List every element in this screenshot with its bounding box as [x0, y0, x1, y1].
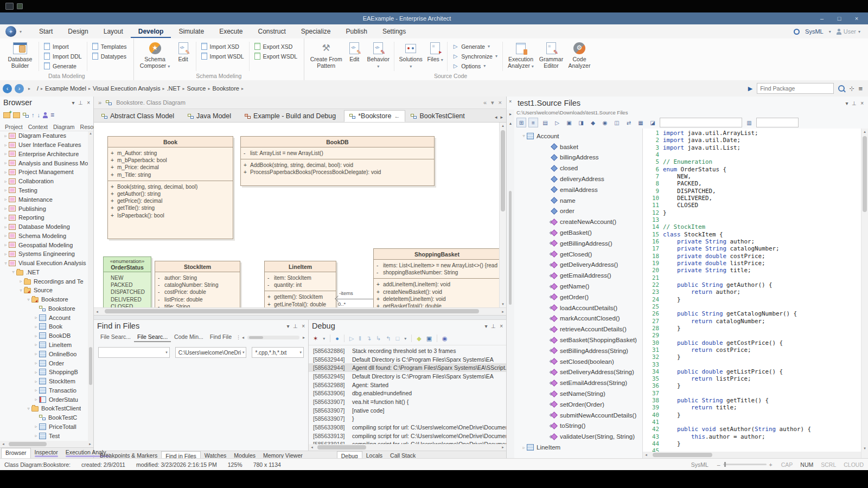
debug-pin-icon[interactable]: ⊤	[491, 323, 496, 329]
tree-item[interactable]: deliveryAddress	[514, 174, 642, 184]
ribbon-tab[interactable]: Simulate	[171, 25, 212, 38]
strip-expand-icon[interactable]: ▸	[509, 112, 512, 117]
code-line[interactable]: 31 return costPrice;	[643, 346, 868, 354]
perspective-selector[interactable]: SysML	[805, 28, 824, 35]
expander-icon[interactable]	[3, 151, 9, 156]
ribbon-tab[interactable]: Specialize	[293, 25, 339, 38]
toolbar-icon[interactable]: ⇄	[624, 118, 634, 127]
tree-item[interactable]: getDeliveryAddress()	[514, 260, 642, 271]
tree-item[interactable]: Account	[514, 131, 642, 142]
debug-log-row[interactable]: [585633907] [native code]	[309, 406, 506, 415]
code-line[interactable]: 3 import java.util.List;	[643, 144, 868, 151]
tree-item[interactable]: Database Modeling	[0, 222, 93, 232]
expander-icon[interactable]	[33, 388, 39, 393]
tree-item[interactable]: loadAccountDetails()	[514, 303, 642, 313]
schema-edit-button[interactable]: Edit	[174, 40, 193, 73]
create-from-pattern-button[interactable]: ⚒ Create From Pattern	[309, 40, 343, 73]
ribbon-small-button[interactable]: ▷Generate▾	[450, 42, 500, 51]
uml-attribute[interactable]: -costPrice: double	[158, 288, 237, 296]
uml-attribute[interactable]: -list: ArrayList = new ArrayList()	[244, 150, 431, 157]
code-line[interactable]: 20 private String title;	[643, 267, 868, 274]
tree-item[interactable]: Systems Engineering	[0, 249, 93, 259]
tree-item[interactable]: submitNewAccountDetails()	[514, 410, 642, 421]
canvas-horizontal-scrollbar[interactable]: ◂ ▸	[94, 307, 506, 315]
uml-method[interactable]: +getLineTotal(): double	[267, 301, 333, 307]
code-line[interactable]: 5 // Enumeration	[643, 158, 868, 165]
code-line[interactable]: 4	[643, 151, 868, 158]
user-menu[interactable]: User ▾	[837, 28, 860, 35]
toolbar-icon[interactable]: ◆	[588, 118, 598, 127]
canvas-vertical-scrollbar[interactable]: ▴▾	[499, 123, 506, 307]
record-icon[interactable]: ◉	[442, 335, 448, 342]
expander-icon[interactable]	[3, 215, 9, 220]
source-search-input[interactable]	[660, 118, 742, 127]
enum-literal[interactable]: DELIVERED	[106, 296, 148, 303]
taskbar-app-icon[interactable]	[17, 3, 23, 9]
tree-item[interactable]: PriceTotall	[0, 422, 93, 432]
tree-item[interactable]: setName(String)	[514, 388, 642, 399]
dock-tab[interactable]: Browser	[1, 448, 31, 458]
class-stockitem[interactable]: StockItem -author: String-catalogNumber:…	[155, 261, 240, 307]
horizontal-splitter[interactable]	[94, 315, 506, 320]
uml-method[interactable]: +getAuthor(): string	[111, 190, 230, 197]
tree-item[interactable]: validateUser(String, String)	[514, 431, 642, 442]
tree-item[interactable]: Diagram Features	[0, 131, 93, 140]
code-line[interactable]: 32 }	[643, 354, 868, 361]
enum-orderstatus[interactable]: «enumeration»OrderStatus NEWPACKEDDISPAT…	[103, 256, 151, 307]
database-builder-button[interactable]: Database Builder	[4, 40, 36, 73]
run-to-package-icon[interactable]: ▶	[748, 85, 752, 92]
tree-item[interactable]: setBillingAddress(String)	[514, 345, 642, 356]
code-line[interactable]: 16 private String author;	[643, 238, 868, 245]
tree-item[interactable]: BookDB	[0, 331, 93, 341]
code-line[interactable]: 17 private String catalogNumber;	[643, 245, 868, 252]
expander-icon[interactable]	[18, 288, 24, 293]
expander-icon[interactable]	[33, 397, 39, 402]
expander-icon[interactable]	[3, 252, 9, 256]
ribbon-tab[interactable]: Construct	[250, 25, 293, 38]
toolbar-icon[interactable]: ≡	[528, 118, 538, 127]
uml-attribute[interactable]: +m_Title: string	[111, 171, 230, 178]
code-line[interactable]: 39 return title;	[643, 404, 868, 411]
fif-tab-scrollbar[interactable]	[247, 336, 299, 339]
hamburger-menu-icon[interactable]: ≡	[858, 85, 863, 93]
code-line[interactable]: 6 enum OrderStatus {	[643, 166, 868, 173]
diagram-tab[interactable]: Abstract Class Model	[96, 110, 182, 122]
ribbon-small-button[interactable]: ▷Options▾	[450, 61, 500, 70]
search-path-combo[interactable]: C:\Users\welcome\OneDrive\I▾	[175, 347, 247, 358]
strip-close-icon[interactable]: ×	[509, 99, 512, 104]
toolbar-icon[interactable]: ◪	[648, 118, 658, 127]
code-line[interactable]: 44 }	[643, 440, 868, 447]
browser-menu-icon[interactable]: ≡	[50, 111, 54, 119]
tree-item[interactable]: Project Management	[0, 168, 93, 177]
fif-tab[interactable]: File Searc...	[97, 332, 134, 342]
fif-tab[interactable]: Code Min...	[171, 332, 207, 342]
expander-icon[interactable]	[33, 370, 39, 375]
code-line[interactable]: 15 class StockItem {	[643, 231, 868, 238]
debugger-caret-icon[interactable]: ▾	[323, 336, 325, 341]
debug-log-row[interactable]: [585633916] compiling script for url: C:…	[309, 440, 506, 444]
code-vertical-scrollbar[interactable]: ▴▾	[861, 129, 868, 458]
nav-back-button[interactable]: ‹	[3, 84, 12, 93]
diagram-canvas[interactable]: Book +m_Author: string+m_bPaperback: boo…	[94, 123, 506, 307]
tree-item[interactable]: getClosed()	[514, 249, 642, 260]
source-dropdown-icon[interactable]: ▾	[845, 100, 848, 106]
enum-literal[interactable]: PACKED	[106, 281, 148, 288]
fif-scroll-right-icon[interactable]: ▸	[303, 335, 305, 340]
debug-log-row[interactable]: [585633913] compiling script for url: C:…	[309, 432, 506, 440]
uml-attribute[interactable]: -listPrice: double	[158, 296, 237, 303]
expander-icon[interactable]	[33, 361, 39, 365]
uml-attribute[interactable]: +m_Price: decimal	[111, 164, 230, 171]
debug-dropdown-icon[interactable]: ▾	[484, 323, 487, 329]
code-line[interactable]: 22 public String getAuthor() {	[643, 281, 868, 288]
diagram-dropdown-icon[interactable]: ▾	[491, 99, 494, 106]
package-icon[interactable]	[13, 112, 20, 118]
browser-tab[interactable]: Diagram	[50, 123, 78, 131]
filter-icon[interactable]: ▥	[744, 118, 754, 127]
tree-item[interactable]: setEmailAddress(String)	[514, 377, 642, 388]
uml-method[interactable]: +ProcessPaperbackBooks(ProcessBookDelega…	[244, 169, 431, 176]
tree-item[interactable]: Test	[0, 431, 93, 440]
expander-icon[interactable]	[33, 379, 39, 384]
code-line[interactable]: 10 DELIVERED,	[643, 195, 868, 202]
search-term-combo[interactable]: ▾	[98, 347, 170, 358]
code-line[interactable]: 36 }	[643, 382, 868, 389]
